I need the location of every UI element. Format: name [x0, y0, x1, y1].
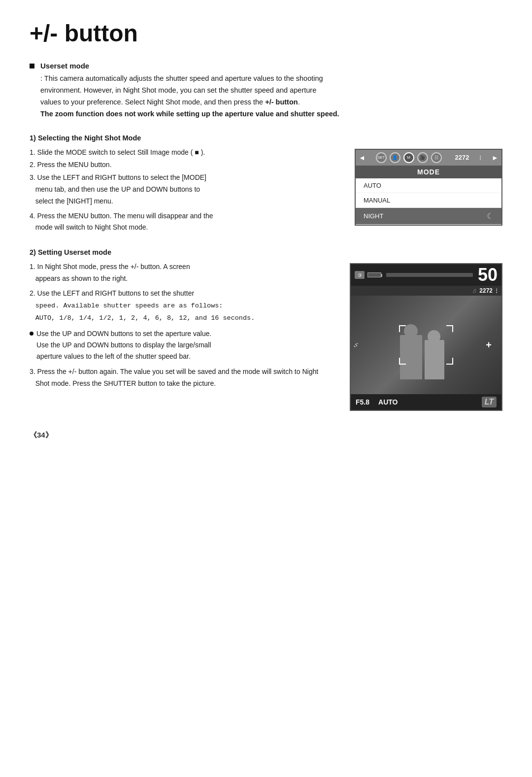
vf-camera-icon: ③	[355, 271, 365, 279]
section-userset-mode: Userset mode : This camera automatically…	[30, 62, 502, 120]
page-number: 《34》	[30, 431, 502, 440]
circle-bullet-icon	[30, 332, 33, 336]
mode-item-night: NIGHT ☾	[356, 208, 501, 225]
desc-line-3: values to your preference. Select Night …	[40, 98, 300, 106]
icon-grid: ☷	[431, 152, 442, 163]
vf-lt-label: LT	[482, 397, 497, 407]
section-userset-setting: 2) Setting Userset mode 1. In Night Shot…	[30, 248, 502, 411]
vf-corner-tl	[399, 325, 406, 332]
vf-focus-frame	[399, 325, 453, 365]
section3-number: 2)	[30, 248, 38, 256]
vf-battery	[367, 272, 381, 277]
desc-line-4: The zoom function does not work while se…	[40, 110, 339, 118]
step3-3: 3. Press the +/- button again. The value…	[30, 366, 335, 390]
mode-auto-label: AUTO	[364, 182, 381, 189]
bullet-aperture-text: Use the UP and DOWN buttons to set the a…	[36, 328, 211, 362]
section3-label: Setting Userset mode	[38, 248, 111, 256]
section3-title: 2) Setting Userset mode	[30, 248, 502, 256]
mode-item-manual: MANUAL	[356, 193, 501, 208]
step2-3: 3. Use the LEFT and RIGHT buttons to sel…	[30, 172, 340, 207]
viewfinder-topbar: ③ 50	[351, 264, 501, 286]
mode-header-label: MODE	[356, 166, 501, 178]
section2-label: Selecting the Night Shot Mode	[38, 134, 141, 142]
step2-1: 1. Slide the MODE switch to select Still…	[30, 147, 340, 159]
section-night-shot-mode: 1) Selecting the Night Shot Mode 1. Slid…	[30, 134, 502, 235]
night-moon-icon: ☾	[487, 211, 494, 221]
menu-grid-dots: ⁝	[479, 154, 481, 162]
mode-item-auto: AUTO	[356, 178, 501, 193]
mode-manual-label: MANUAL	[364, 197, 390, 204]
section2-steps: 1. Slide the MODE switch to select Still…	[30, 147, 340, 235]
section3-content-row: 1. In Night Shot mode, press the +/- but…	[30, 261, 502, 411]
mode-night-label: NIGHT	[364, 212, 383, 220]
step2-4: 4. Press the MENU button. The menu will …	[30, 210, 340, 234]
desc-line-2: environment. However, in Night Shot mode…	[40, 86, 316, 94]
step3-2: 2. Use the LEFT and RIGHT buttons to set…	[30, 288, 335, 324]
vf-number-50: 50	[478, 266, 498, 284]
section2-title: 1) Selecting the Night Shot Mode	[30, 134, 502, 142]
square-bullet-icon	[30, 64, 34, 68]
section2-number: 1)	[30, 134, 38, 142]
vf-progress-bar	[386, 273, 473, 277]
icon-set: SET	[376, 152, 387, 163]
section2-content-row: 1. Slide the MODE switch to select Still…	[30, 147, 502, 235]
menu-icons: SET 👤 M 🎥 ☷	[376, 152, 442, 163]
viewfinder-bottom: F5.8 AUTO LT	[351, 394, 501, 410]
menu-topbar: ◄ SET 👤 M 🎥 ☷ 2272 ⁝ ►	[356, 150, 501, 166]
vf-2272-label: 2272	[479, 287, 493, 294]
desc-line-1: : This camera automatically adjusts the …	[40, 74, 323, 82]
vf-subbar: 𝓢 2272 ⁝	[351, 286, 501, 296]
menu-right-arrow: ►	[492, 154, 499, 162]
camera-screen-viewfinder: ③ 50 𝓢 2272 ⁝	[350, 263, 502, 411]
icon-film: 🎥	[417, 152, 428, 163]
step3-1: 1. In Night Shot mode, press the +/- but…	[30, 261, 335, 285]
camera-screen-mode-menu: ◄ SET 👤 M 🎥 ☷ 2272 ⁝ ► MODE AUTO MANUAL	[355, 149, 502, 226]
icon-person: 👤	[390, 152, 400, 163]
section3-steps: 1. In Night Shot mode, press the +/- but…	[30, 261, 335, 390]
menu-number: 2272	[455, 154, 469, 161]
bullet-aperture: Use the UP and DOWN buttons to set the a…	[30, 328, 335, 362]
vf-battery-bar	[367, 272, 381, 277]
vf-dots-icon: ⁝	[496, 287, 498, 295]
viewfinder-image: 𝓢 +	[351, 296, 501, 394]
section-header-userset: Userset mode	[30, 62, 502, 70]
vf-s-icon: 𝓢	[473, 288, 476, 294]
vf-aperture-label: F5.8	[356, 398, 369, 406]
step2-2: 2. Press the MENU button.	[30, 159, 340, 171]
vf-corner-bl	[399, 358, 406, 365]
vf-plus-icon: +	[486, 339, 492, 351]
page-title: +/- button	[30, 20, 502, 47]
vf-auto-label: AUTO	[378, 398, 398, 406]
vf-left-indicator: 𝓢	[354, 342, 357, 348]
menu-left-arrow: ◄	[359, 154, 366, 162]
vf-corner-tr	[446, 325, 453, 332]
section-header-label: Userset mode	[40, 62, 89, 70]
section-description: : This camera automatically adjusts the …	[40, 73, 502, 120]
vf-corner-br	[446, 358, 453, 365]
icon-mode: M	[403, 152, 414, 163]
